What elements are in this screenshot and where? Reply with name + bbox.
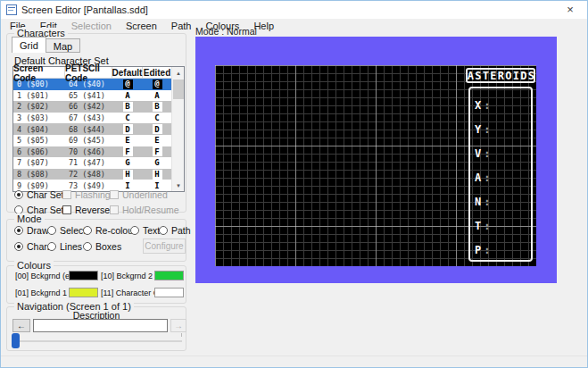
tab-map[interactable]: Map bbox=[46, 38, 80, 53]
cell-edited-glyph: A bbox=[143, 90, 171, 100]
cell-edited-glyph: F bbox=[143, 146, 171, 156]
cell-petscii-code: 64 ($40) bbox=[65, 79, 112, 88]
hud-field-label: N: bbox=[475, 196, 490, 208]
table-row[interactable]: 5 ($05) 69 ($45) E E bbox=[13, 135, 171, 146]
configure-button[interactable]: Configure bbox=[143, 238, 186, 254]
checkbox-flashing[interactable]: Flashing bbox=[62, 189, 111, 200]
cell-default-glyph: H bbox=[112, 170, 143, 180]
hud-field-separator: : bbox=[484, 99, 490, 112]
cell-screen-code: 8 ($08) bbox=[13, 170, 65, 179]
cell-screen-code: 5 ($05) bbox=[13, 136, 65, 145]
menu-item[interactable]: Path bbox=[164, 19, 199, 34]
table-row[interactable]: 8 ($08) 72 ($48) H H bbox=[13, 169, 171, 180]
charset-tabs: Grid Map bbox=[12, 37, 80, 53]
radio-icon bbox=[83, 242, 92, 251]
mode-radio-recolour[interactable]: Re-colour bbox=[83, 225, 137, 236]
checkbox-label: Hold/Resume bbox=[122, 205, 179, 215]
scroll-thumb[interactable] bbox=[173, 79, 184, 99]
cell-petscii-code: 72 ($48) bbox=[65, 170, 112, 179]
table-row[interactable]: 3 ($03) 67 ($43) C C bbox=[13, 113, 171, 124]
title-bar[interactable]: Screen Editor [Pantallas.sdd] × bbox=[1, 1, 587, 19]
mode-radio-text[interactable]: Text bbox=[130, 225, 160, 236]
table-scrollbar[interactable]: ▲ ▼ bbox=[171, 67, 184, 191]
cell-screen-code: 1 ($01) bbox=[13, 91, 65, 100]
checkbox-hold-resume[interactable]: Hold/Resume bbox=[110, 205, 179, 215]
hud-field-label: V: bbox=[475, 147, 490, 160]
prev-screen-button[interactable]: ← bbox=[12, 319, 30, 332]
checkbox-label: Underlined bbox=[122, 189, 168, 200]
hud-field-separator: : bbox=[484, 123, 490, 136]
col-default: Default bbox=[112, 67, 143, 79]
next-screen-button[interactable]: → bbox=[170, 319, 186, 332]
scroll-down-icon[interactable]: ▼ bbox=[172, 180, 185, 191]
cell-default-glyph: E bbox=[112, 136, 143, 146]
checkbox-reversed[interactable]: Reversed bbox=[62, 205, 115, 215]
mode-radio-path[interactable]: Path bbox=[159, 225, 191, 236]
cell-default-glyph: C bbox=[112, 113, 143, 123]
screen-slider-track[interactable] bbox=[12, 340, 182, 342]
table-body: 0 ($00) 64 ($40) @ @ 1 ($01) 65 ($41) A … bbox=[13, 79, 171, 191]
cell-petscii-code: 69 ($45) bbox=[65, 136, 112, 145]
radio-icon bbox=[47, 242, 56, 251]
cell-screen-code: 4 ($04) bbox=[13, 125, 65, 134]
editor-mode-label: Mode : Normal bbox=[195, 26, 257, 37]
app-window: Screen Editor [Pantallas.sdd] × FileEdit… bbox=[0, 0, 588, 368]
cell-edited-glyph: B bbox=[143, 102, 171, 112]
mode-radio-chars[interactable]: Chars bbox=[14, 241, 52, 252]
cell-default-glyph: D bbox=[112, 124, 143, 134]
radio-icon bbox=[14, 242, 23, 251]
table-row[interactable]: 2 ($02) 66 ($42) B B bbox=[13, 101, 171, 113]
cell-petscii-code: 65 ($41) bbox=[65, 91, 112, 100]
menu-item[interactable]: Screen bbox=[119, 19, 164, 34]
col-screen-code: Screen Code bbox=[13, 67, 65, 79]
table-row[interactable]: 0 ($00) 64 ($40) @ @ bbox=[13, 79, 171, 90]
hud-field-separator: : bbox=[484, 244, 490, 256]
asteroids-title: ASTEROIDS bbox=[467, 70, 536, 82]
hud-field-label: Y: bbox=[475, 123, 490, 136]
cell-screen-code: 0 ($00) bbox=[13, 79, 65, 88]
mode-radio-lines[interactable]: Lines bbox=[47, 241, 82, 252]
table-row[interactable]: 4 ($04) 68 ($44) D D bbox=[13, 123, 171, 135]
screen-grid-canvas[interactable]: ASTEROIDS X: Y: V: A: N: T: P: bbox=[215, 65, 536, 266]
cell-default-glyph: B bbox=[112, 102, 143, 112]
radio-icon bbox=[83, 226, 92, 235]
mode-radio-draw[interactable]: Draw bbox=[14, 225, 49, 236]
checkbox-icon bbox=[110, 190, 119, 199]
colour-swatch[interactable] bbox=[69, 288, 98, 297]
mode-radio-select[interactable]: Select bbox=[47, 225, 86, 236]
checkbox-underlined[interactable]: Underlined bbox=[110, 189, 168, 200]
tab-grid[interactable]: Grid bbox=[12, 37, 46, 53]
description-input[interactable] bbox=[33, 319, 168, 332]
mode-radio-boxes[interactable]: Boxes bbox=[83, 241, 121, 252]
cell-petscii-code: 68 ($44) bbox=[65, 125, 112, 134]
radio-label: Draw bbox=[27, 225, 49, 236]
cell-default-glyph: F bbox=[112, 146, 143, 156]
cell-edited-glyph: E bbox=[143, 136, 171, 146]
radio-icon bbox=[14, 190, 23, 199]
table-row[interactable]: 1 ($01) 65 ($41) A A bbox=[13, 90, 171, 102]
character-table: Screen Code PETSCII Code Default Edited … bbox=[12, 66, 185, 192]
hud-field-separator: : bbox=[484, 220, 490, 232]
cell-petscii-code: 67 ($43) bbox=[65, 113, 112, 122]
colour-swatch[interactable] bbox=[69, 271, 98, 280]
close-button[interactable]: × bbox=[559, 2, 582, 17]
checkbox-icon bbox=[110, 205, 119, 214]
colour-swatch[interactable] bbox=[154, 271, 184, 280]
table-row[interactable]: 6 ($06) 70 ($46) F F bbox=[13, 146, 171, 158]
radio-label: Lines bbox=[60, 241, 82, 252]
hud-field-separator: : bbox=[484, 196, 490, 208]
cell-default-glyph: G bbox=[112, 158, 143, 168]
checkbox-label: Flashing bbox=[75, 189, 111, 200]
cell-petscii-code: 71 ($47) bbox=[65, 158, 112, 167]
menu-item[interactable]: Selection bbox=[64, 19, 119, 34]
radio-icon bbox=[14, 226, 23, 235]
cell-edited-glyph: H bbox=[143, 170, 171, 180]
colour-swatch[interactable] bbox=[154, 288, 184, 297]
table-row[interactable]: 7 ($07) 71 ($47) G G bbox=[13, 157, 171, 169]
cell-edited-glyph: @ bbox=[143, 79, 171, 89]
screen-slider-thumb[interactable] bbox=[12, 333, 20, 348]
cell-default-glyph: @ bbox=[112, 79, 143, 89]
hud-field-separator: : bbox=[484, 171, 490, 184]
characters-group: Characters Grid Map Default Character Se… bbox=[6, 33, 186, 213]
scroll-up-icon[interactable]: ▲ bbox=[172, 67, 185, 79]
